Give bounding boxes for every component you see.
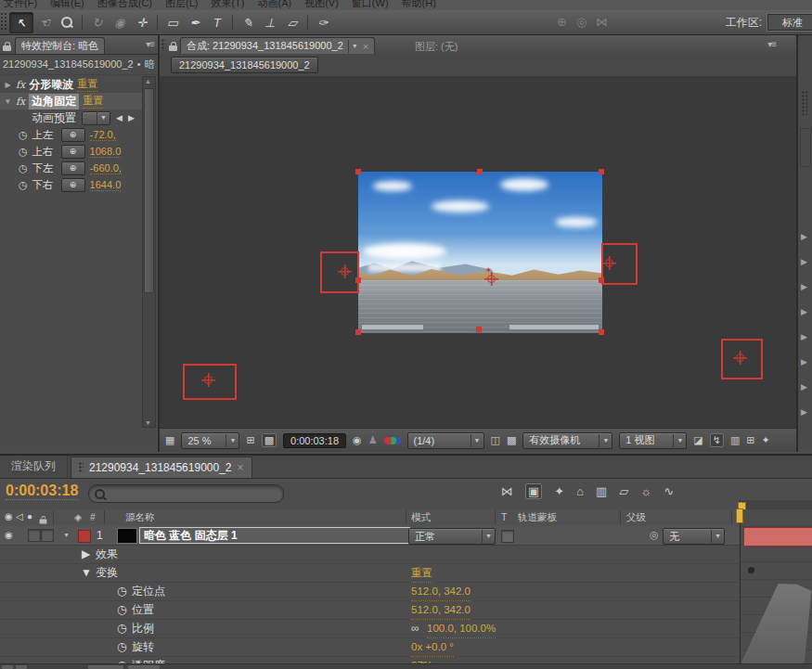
layer-handle[interactable]: [476, 327, 482, 332]
magnification-dropdown[interactable]: 25 %▼: [181, 432, 239, 449]
param-value[interactable]: -660.0,: [90, 162, 122, 174]
nav-button[interactable]: [2, 665, 13, 669]
collapsed-panel-arrow-icon[interactable]: ▶: [801, 357, 807, 367]
panel-lock-icon[interactable]: [3, 41, 11, 54]
parent-dropdown[interactable]: 无▼: [663, 528, 725, 545]
timeline-comp-tab[interactable]: 21290934_131845619000_2 ×: [71, 457, 252, 478]
track-area[interactable]: [740, 509, 812, 664]
close-tab-icon[interactable]: ×: [363, 41, 368, 52]
layer-handle[interactable]: [599, 329, 604, 335]
workspace-select[interactable]: 标准: [767, 14, 812, 31]
region-of-interest-icon[interactable]: ◫: [491, 435, 500, 445]
corner-pin-point[interactable]: [733, 351, 747, 365]
track-matte-checkbox[interactable]: [501, 530, 514, 543]
track-time-marker[interactable]: [736, 508, 743, 523]
source-name-column-header[interactable]: 源名称: [125, 511, 155, 524]
options-icon[interactable]: ✦: [762, 435, 770, 445]
frame-blend-icon[interactable]: ⌂: [576, 484, 584, 498]
param-value[interactable]: 1644.0: [90, 179, 122, 191]
target-point-button[interactable]: ⊕: [61, 178, 85, 192]
layer-visibility-icon[interactable]: ◉: [5, 530, 13, 540]
auto-keyframe-icon[interactable]: ☼: [640, 484, 651, 498]
label-column-icon[interactable]: ◈: [74, 511, 82, 522]
stopwatch-icon[interactable]: ◷: [117, 601, 126, 619]
panel-lock-icon[interactable]: [169, 41, 177, 54]
audio-column-icon[interactable]: ◁: [16, 511, 23, 521]
current-timecode[interactable]: 0:00:03:18: [6, 482, 78, 500]
type-tool-button[interactable]: T: [206, 13, 228, 32]
target-point-button[interactable]: ⊕: [61, 161, 85, 175]
param-value[interactable]: -72.0,: [90, 129, 116, 141]
snapshot-icon[interactable]: ◉: [353, 435, 362, 445]
link-dimensions-icon[interactable]: ∞: [411, 620, 419, 637]
layer-handle[interactable]: [355, 329, 361, 335]
resolution-dropdown[interactable]: (1/4)▼: [407, 432, 484, 449]
video-column-icon[interactable]: ◉: [5, 511, 13, 521]
render-queue-tab[interactable]: 渲染队列: [0, 456, 68, 477]
preset-dropdown[interactable]: ▼: [82, 111, 110, 125]
brush-tool-button[interactable]: ✎: [237, 13, 259, 32]
motion-blur-icon[interactable]: ▥: [596, 484, 607, 498]
menu-item-window[interactable]: 窗口(W): [352, 0, 389, 9]
layer-label-chip[interactable]: [78, 530, 91, 543]
shape-tool-button[interactable]: ▭: [161, 13, 184, 32]
target-point-button[interactable]: ⊕: [61, 145, 85, 159]
collapsed-panel-arrow-icon[interactable]: ▶: [801, 332, 807, 341]
shy-layers-icon[interactable]: ✦: [554, 484, 564, 498]
stopwatch-icon[interactable]: ◷: [117, 583, 126, 600]
search-field[interactable]: [88, 484, 284, 503]
twirl-icon[interactable]: ▼: [81, 569, 89, 577]
pan-behind-tool-button[interactable]: ✛: [131, 13, 153, 32]
corner-pin-point[interactable]: [338, 264, 352, 278]
zoom-tool-button[interactable]: [56, 13, 78, 32]
parent-column-header[interactable]: 父级: [626, 511, 646, 524]
draft-3d-icon[interactable]: ▣: [525, 483, 542, 499]
property-row-rotation[interactable]: ◷ 旋转 0x +0.0 °: [0, 638, 740, 657]
local-axis-icon[interactable]: ⊕: [557, 15, 567, 29]
property-value[interactable]: 0x +0.0 °: [411, 638, 454, 657]
menu-item-edit[interactable]: 编辑(E): [50, 0, 84, 9]
keyframe-dot[interactable]: [748, 567, 754, 573]
grid-guides-icon[interactable]: ▦: [165, 435, 174, 445]
corner-pin-point[interactable]: [602, 256, 616, 270]
prev-preset-icon[interactable]: ◀: [116, 113, 122, 122]
layer-row[interactable]: ◉ ▼ 1 暗色 蓝色 固态层 1 正常▼ ◎ 无▼: [0, 526, 740, 546]
selection-tool-button[interactable]: ↖: [9, 12, 33, 33]
layer-tab[interactable]: 图层: (无): [415, 40, 458, 54]
panel-menu-icon[interactable]: ▾≡: [146, 39, 154, 49]
twirl-icon[interactable]: ▶: [82, 550, 90, 559]
stopwatch-icon[interactable]: ◷: [19, 162, 28, 174]
brainstorm-icon[interactable]: ▱: [619, 484, 628, 498]
layer-duration-bar[interactable]: [743, 527, 812, 547]
view-axis-icon[interactable]: ⋈: [596, 15, 608, 29]
property-value[interactable]: 100.0, 100.0%: [427, 620, 496, 638]
nav-button[interactable]: [16, 665, 27, 669]
nav-button[interactable]: [88, 665, 123, 669]
property-value[interactable]: 512.0, 342.0: [411, 601, 470, 620]
close-tab-icon[interactable]: ×: [238, 461, 244, 474]
collapsed-panel-arrow-icon[interactable]: ▶: [801, 382, 807, 392]
menu-item-file[interactable]: 文件(F): [4, 0, 37, 9]
anchor-point-crosshair[interactable]: [484, 272, 498, 286]
menu-item-view[interactable]: 视图(V): [304, 0, 339, 9]
property-row-position[interactable]: ◷ 位置 512.0, 342.0: [0, 601, 740, 620]
comp-mini-flowchart-icon[interactable]: ⋈: [501, 484, 513, 498]
camera-tool-button[interactable]: ◉: [109, 13, 131, 32]
scroll-up-icon[interactable]: ▲: [143, 78, 153, 84]
property-group-transform[interactable]: ▼ 变换 重置: [0, 564, 740, 583]
graph-editor-icon[interactable]: ∿: [664, 484, 674, 498]
layer-handle[interactable]: [477, 169, 483, 174]
menu-item-effect[interactable]: 效果(T): [211, 0, 244, 9]
solid-color-swatch[interactable]: [117, 528, 137, 544]
collapsed-panel-arrow-icon[interactable]: ▶: [801, 407, 807, 417]
corner-pin-point[interactable]: [201, 373, 215, 387]
fast-preview-icon[interactable]: ↯: [710, 433, 724, 447]
index-column-header[interactable]: #: [90, 511, 96, 522]
channel-icon[interactable]: [384, 436, 401, 445]
stamp-tool-button[interactable]: ⊥: [259, 13, 281, 32]
reset-link[interactable]: 重置: [77, 77, 97, 92]
viewer-timecode[interactable]: 0:00:03:18: [283, 433, 346, 448]
fx-badge-icon[interactable]: fx: [16, 79, 25, 91]
twirl-icon[interactable]: ▶: [4, 81, 12, 89]
menu-item-composition[interactable]: 图像合成(C): [97, 0, 152, 9]
